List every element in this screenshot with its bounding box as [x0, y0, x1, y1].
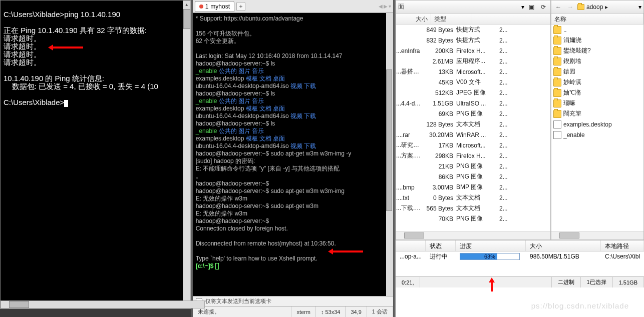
- col-status[interactable]: 状态: [426, 240, 456, 251]
- file-size: 3.00MB: [421, 184, 456, 191]
- term-vscrollbar[interactable]: [386, 13, 393, 296]
- table-row[interactable]: 2.61MB应用程序...2...: [396, 56, 550, 66]
- file-size: 21KB: [421, 163, 456, 170]
- table-row[interactable]: 86KBPNG 图像2...: [396, 172, 550, 182]
- remote-file-list[interactable]: ..涓嬭浇鐢绕敤鑳?鍥剧墖鎱囥妙岭滇妯℃潃瑙嘛闊充箰examples.deskt…: [551, 24, 643, 232]
- scroll-thumb[interactable]: [386, 70, 392, 211]
- col-size[interactable]: 大小: [526, 240, 601, 251]
- scroll-up-icon[interactable]: ▲: [183, 1, 190, 8]
- col-name[interactable]: 名称: [551, 14, 643, 24]
- cmd-vscrollbar[interactable]: ▲▼: [183, 0, 191, 308]
- col-type[interactable]: 类型: [431, 14, 472, 24]
- col-progress[interactable]: 进度: [456, 240, 526, 251]
- term-line: Last login: Sat May 12 10:16:40 2018 fro…: [196, 52, 390, 60]
- file-date: 2...: [497, 79, 508, 86]
- svg-marker-1: [48, 44, 53, 50]
- scroll-thumb[interactable]: [404, 232, 424, 238]
- queue-columns[interactable]: 状态 进度 大小 本地路径: [396, 240, 644, 252]
- forward-icon[interactable]: →: [565, 2, 575, 12]
- crumb-label[interactable]: 面: [398, 2, 404, 11]
- file-date: 2...: [497, 110, 508, 118]
- queue-row[interactable]: ...op-a... 进行中 63% 986.50MB/1.51GB C:\Us…: [396, 252, 644, 262]
- file-name: ...下载.png: [396, 204, 421, 212]
- list-item[interactable]: 鍥剧墖: [551, 56, 643, 66]
- tab-next-icon[interactable]: ▶: [384, 4, 388, 9]
- col-size[interactable]: 大小: [396, 14, 431, 24]
- file-name: 闊充箰: [563, 110, 643, 118]
- list-item[interactable]: 涓嬭浇: [551, 35, 643, 46]
- file-name: ..: [563, 26, 643, 34]
- table-row[interactable]: 512KBJPEG 图像2...: [396, 88, 550, 98]
- table-row[interactable]: ...4.4-des...1.51GBUltraISO ...2...: [396, 98, 550, 108]
- new-tab-button[interactable]: +: [236, 2, 245, 11]
- local-hscrollbar[interactable]: [396, 232, 550, 240]
- dropdown-icon[interactable]: ▾: [638, 4, 641, 10]
- file-name: ...研究计...: [396, 141, 421, 150]
- list-item[interactable]: _enable: [551, 130, 643, 140]
- col-local[interactable]: 本地路径: [601, 240, 644, 251]
- table-row[interactable]: ...下载.png565 Bytes文本文档2...: [396, 203, 550, 214]
- table-row[interactable]: 45KBV00 文件2...: [396, 77, 550, 88]
- file-date: 2...: [497, 132, 508, 138]
- table-row[interactable]: ....bmp3.00MBBMP 图像2...: [396, 182, 550, 192]
- file-date: 2...: [497, 58, 508, 65]
- list-item[interactable]: 闊充箰: [551, 108, 643, 119]
- file-size: 17KB: [421, 142, 456, 149]
- folder-icon: [553, 89, 561, 97]
- list-item[interactable]: 鎱囥: [551, 66, 643, 77]
- table-row[interactable]: ...enInfra200KBFirefox H...2...: [396, 46, 550, 56]
- table-row[interactable]: ...研究计...17KBMicrosoft...2...: [396, 140, 550, 150]
- table-row[interactable]: 832 Bytes快捷方式2...: [396, 35, 550, 46]
- list-item[interactable]: 瑙嘛: [551, 98, 643, 108]
- terminal-tab[interactable]: 1 myhost: [195, 1, 234, 12]
- table-row[interactable]: ....rar30.20MBWinRAR ...2...: [396, 130, 550, 140]
- crumb-label[interactable]: adoop: [586, 4, 603, 10]
- cmd-window[interactable]: C:\Users\Xiblade>ping 10.1.40.190 正在 Pin…: [0, 0, 191, 309]
- back-icon[interactable]: ←: [553, 2, 563, 12]
- list-item[interactable]: ..: [551, 24, 643, 35]
- table-row[interactable]: 69KBPNG 图像2...: [396, 108, 550, 119]
- folder-icon: [553, 36, 561, 44]
- term-prompt[interactable]: [c:\~]$: [196, 262, 390, 270]
- table-row[interactable]: ...方案.html298KBFirefox H...2...: [396, 150, 550, 161]
- terminal-body[interactable]: * Support: https://ubuntu.com/advantage …: [193, 13, 393, 296]
- term-line: 。: [196, 172, 390, 180]
- local-file-list[interactable]: 849 Bytes快捷方式2...832 Bytes快捷方式2......enI…: [396, 24, 550, 232]
- list-item[interactable]: 妙岭滇: [551, 77, 643, 88]
- tab-prev-icon[interactable]: ◀: [379, 4, 383, 9]
- remote-pathbar[interactable]: ← → adoop ▸ ▾: [551, 0, 643, 14]
- local-pathbar[interactable]: 面 ▾ ▣ ⟳: [396, 0, 550, 14]
- term-line: _enable 公共的 图片 音乐: [196, 68, 390, 75]
- table-row[interactable]: 849 Bytes快捷方式2...: [396, 24, 550, 35]
- term-line: 156 个可升级软件包。: [196, 30, 390, 38]
- remote-hscrollbar[interactable]: [551, 232, 643, 240]
- folder-icon: [553, 26, 561, 34]
- dropdown-icon[interactable]: ▾: [521, 4, 524, 10]
- tab-menu-icon[interactable]: ▾: [389, 4, 391, 9]
- status-conn: 未连接。: [193, 306, 292, 317]
- q-local: C:\Users\Xibl: [601, 253, 644, 260]
- refresh-icon[interactable]: ⟳: [538, 2, 548, 12]
- scroll-thumb[interactable]: [183, 9, 190, 29]
- list-item[interactable]: 妯℃潃: [551, 88, 643, 98]
- file-name: 鎱囥: [563, 68, 643, 76]
- cmd-prompt[interactable]: C:\Users\Xiblade>: [4, 98, 64, 106]
- table-row[interactable]: 128 Bytes文本文档2...: [396, 119, 550, 130]
- file-name: 鍥剧墖: [563, 57, 643, 66]
- list-item[interactable]: 鐢绕敤鑳?: [551, 46, 643, 56]
- file-size: 86KB: [421, 174, 456, 180]
- remote-columns[interactable]: 名称: [551, 14, 643, 24]
- list-item[interactable]: examples.desktop: [551, 119, 643, 130]
- table-row[interactable]: ...器搭建...13KBMicrosoft...2...: [396, 66, 550, 77]
- file-name: ...4.4-des...: [396, 100, 421, 107]
- local-columns[interactable]: 大小 类型: [396, 14, 550, 24]
- file-date: 2...: [497, 163, 508, 170]
- cmd-hscrollbar[interactable]: [1, 300, 205, 308]
- table-row[interactable]: ....txt0 Bytes文本文档2...: [396, 192, 550, 203]
- scroll-thumb[interactable]: [9, 301, 29, 308]
- table-row[interactable]: 70KBPNG 图像2...: [396, 214, 550, 224]
- cmd-line: 请求超时。: [4, 50, 41, 58]
- table-row[interactable]: 21KBPNG 图像2...: [396, 161, 550, 172]
- new-window-icon[interactable]: ▣: [526, 2, 536, 12]
- scroll-thumb[interactable]: [559, 232, 579, 238]
